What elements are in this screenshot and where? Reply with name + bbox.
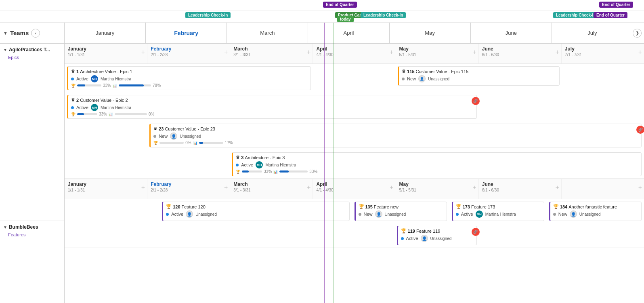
mhdr-jun: June 6/1 - 6/30 + <box>479 44 562 63</box>
feat-135-status-row: New 👤 Unassigned <box>359 210 444 218</box>
mhdr-jan-range: 1/1 - 1/31 <box>68 53 144 57</box>
epic-23-crown-icon: ♛ <box>153 126 157 131</box>
bb-mhdr-apr-add[interactable]: + <box>390 184 393 191</box>
epic-3-progress-fill2 <box>279 170 289 173</box>
epic-2-status-dot <box>71 106 74 109</box>
mhdr-jan-name: January <box>68 46 144 52</box>
feature-card-119[interactable]: 🏆 119 Feature 119 Active 👤 Unassigned 🔗 <box>397 226 477 245</box>
bb-mhdr-mar-add[interactable]: + <box>307 184 310 191</box>
feat-120-avatar: 👤 <box>186 210 193 218</box>
feat-135-title: Feature new <box>374 204 399 209</box>
feat-135-span: 🏆 135 Feature new New 👤 Unassigned <box>352 201 449 222</box>
bb-mhdr-feb-add[interactable]: + <box>224 184 228 191</box>
mhdr-may: May 5/1 - 5/31 + <box>396 44 479 63</box>
epic-card-115[interactable]: ♛ 115 Customer Value - Epic 115 New 👤 Un… <box>398 66 560 86</box>
epic-23-link-badge[interactable]: 🔗 <box>636 126 644 134</box>
mhdr-mar-add[interactable]: + <box>307 48 310 56</box>
epic-115-span: ♛ 115 Customer Value - Epic 115 New 👤 Un… <box>395 65 562 91</box>
feat-119-gap <box>65 225 394 246</box>
feature-card-173[interactable]: 🏆 173 Feature 173 Active MH Martina Hiem… <box>452 202 544 221</box>
bb-mhdr-jun-add[interactable]: + <box>556 184 559 191</box>
bb-mhdr-jan-add[interactable]: + <box>141 184 145 191</box>
epic-3-crown-icon: ♛ <box>236 155 240 160</box>
months-header: January February March April May June Ju… <box>65 23 633 43</box>
feat-135-crown-icon: 🏆 <box>359 204 364 209</box>
feat-119-avatar: 👤 <box>421 235 428 242</box>
epic-115-status-row: New 👤 Unassigned <box>402 75 556 82</box>
feat-184-span: 🏆 184 Another fantastic feature New 👤 Un… <box>547 201 644 222</box>
epic-2-span: ♛ 2 Customer Value - Epic 2 Active MH Ma… <box>65 94 479 120</box>
epic-115-status-dot <box>402 78 405 80</box>
bb-mhdr-jan: January 1/1 - 1/31 + <box>65 179 147 199</box>
nav-prev-button[interactable]: ‹ <box>31 29 40 38</box>
mhdr-jan-add[interactable]: + <box>141 48 145 56</box>
epic-2-title: Customer Value - Epic 2 <box>80 98 128 103</box>
nav-next-button[interactable]: ❯ <box>633 29 642 38</box>
epic-3-span: ♛ 3 Architecture - Epic 3 Active MH Mart… <box>229 152 644 177</box>
feat-119-link-badge[interactable]: 🔗 <box>472 228 480 236</box>
mhdr-mar-name: March <box>233 46 309 52</box>
epic-3-pct1: 33% <box>264 169 272 174</box>
epic-2-link-badge[interactable]: 🔗 <box>472 97 480 105</box>
bb-mhdr-jul-add[interactable]: + <box>638 184 642 191</box>
epic-3-avatar: MH <box>256 161 263 168</box>
epic-row-2: ♛ 2 Customer Value - Epic 2 Active MH Ma… <box>65 93 644 121</box>
bb-mhdr-may: May 5/1 - 5/31 + <box>396 179 479 199</box>
feat-119-status-dot <box>401 237 404 240</box>
month-subheader-bumblebees: January 1/1 - 1/31 + February 2/1 - 2/28… <box>65 179 644 199</box>
epic-23-id: 23 <box>159 126 164 131</box>
event-bar: Leadership Check-in Product Campaign Rel… <box>0 11 644 23</box>
epic-card-23[interactable]: ♛ 23 Customer Value - Epic 23 New 👤 Unas… <box>149 124 642 147</box>
sidebar-team-bumblebees-features[interactable]: Features <box>0 231 64 240</box>
epic-3-pct2: 33% <box>309 169 317 174</box>
mhdr-may-add[interactable]: + <box>472 48 476 56</box>
feat-gap1 <box>65 201 159 222</box>
mhdr-jun-range: 6/1 - 6/30 <box>482 53 558 57</box>
feat-120-span: 🏆 120 Feature 120 Active 👤 Unassigned <box>159 201 352 222</box>
epic-115-assignee: Unassigned <box>428 77 449 81</box>
bb-mhdr-jan-range: 1/1 - 1/31 <box>68 188 144 192</box>
sidebar-team-agilepractices: ▼ AgilePractices T... Epics <box>0 44 64 221</box>
epic-23-pct1: 0% <box>185 141 191 145</box>
bb-mhdr-may-add[interactable]: + <box>472 184 476 191</box>
mhdr-feb-add[interactable]: + <box>224 48 228 56</box>
epic-card-3[interactable]: ♛ 3 Architecture - Epic 3 Active MH Mart… <box>232 152 642 176</box>
epic-115-gap-col <box>313 65 395 91</box>
sidebar-team-agilepractices-epics[interactable]: Epics <box>0 54 64 63</box>
mhdr-apr: April 4/1 - 4/30 + <box>313 44 396 63</box>
feature-card-120[interactable]: 🏆 120 Feature 120 Active 👤 Unassigned <box>162 202 349 221</box>
feat-119-header: 🏆 119 Feature 119 <box>401 228 474 234</box>
epic-1-status-row: Active MH Martina Hiemstra <box>71 75 308 82</box>
epic-card-2[interactable]: ♛ 2 Customer Value - Epic 2 Active MH Ma… <box>67 95 477 119</box>
epic-2-progress-fill1 <box>77 113 84 115</box>
epic-115-title: Customer Value - Epic 115 <box>416 69 469 74</box>
event-end-of-quarter-tag: End of Quarter <box>594 12 627 18</box>
teams-expand-icon[interactable]: ▼ <box>3 31 8 36</box>
month-feb: February <box>146 23 227 43</box>
feature-card-184[interactable]: 🏆 184 Another fantastic feature New 👤 Un… <box>549 202 642 221</box>
sidebar-team-agilepractices-name: AgilePractices T... <box>9 47 50 53</box>
mhdr-jul-add[interactable]: + <box>638 48 642 56</box>
sidebar-team-agilepractices-expand[interactable]: ▼ <box>3 48 7 52</box>
feat-120-status: Active <box>171 212 183 217</box>
mhdr-apr-add[interactable]: + <box>390 48 393 56</box>
feature-card-135[interactable]: 🏆 135 Feature new New 👤 Unassigned <box>355 202 447 221</box>
feat-173-assignee: Martina Hiemstra <box>485 212 516 217</box>
bb-mhdr-may-name: May <box>399 181 475 187</box>
feat-119-crown-icon: 🏆 <box>401 228 407 234</box>
feat-120-header: 🏆 120 Feature 120 <box>166 204 346 209</box>
epic-3-progress-row: 🏆 33% 📊 33% <box>236 169 638 174</box>
epic-row1-end <box>562 65 644 91</box>
mhdr-jun-add[interactable]: + <box>556 48 559 56</box>
sidebar-team-bumblebees-expand[interactable]: ▼ <box>3 225 7 229</box>
bb-mhdr-mar-name: March <box>233 181 309 187</box>
feat-173-title: Feature 173 <box>471 204 495 209</box>
feat-184-header: 🏆 184 Another fantastic feature <box>553 204 638 209</box>
epic-card-1[interactable]: ♛ 1 Architecture Value - Epic 1 Active M… <box>67 66 311 90</box>
epic-2-status: Active <box>76 105 88 110</box>
feat-184-status: New <box>558 212 567 217</box>
feat-184-title: Another fantastic feature <box>568 204 617 209</box>
feat-119-assignee: Unassigned <box>430 236 452 241</box>
epic-3-assignee: Martina Hiemstra <box>265 163 296 167</box>
header-row: ▼ Teams ‹ January February March April M… <box>0 23 644 44</box>
